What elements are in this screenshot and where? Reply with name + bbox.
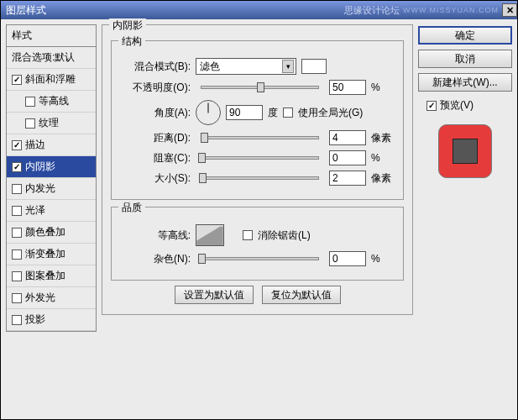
- noise-slider[interactable]: [201, 257, 319, 260]
- style-checkbox[interactable]: [12, 184, 22, 194]
- style-item-12[interactable]: 投影: [7, 309, 96, 331]
- style-item-10[interactable]: 图案叠加: [7, 265, 96, 287]
- blend-mode-dropdown[interactable]: 滤色 ▾: [196, 58, 296, 75]
- opacity-unit: %: [371, 81, 395, 93]
- close-button[interactable]: ✕: [502, 3, 517, 17]
- style-item-9[interactable]: 渐变叠加: [7, 244, 96, 265]
- style-checkbox[interactable]: [12, 271, 22, 281]
- title: 图层样式: [6, 3, 46, 18]
- global-light-label: 使用全局光(G): [298, 106, 363, 120]
- opacity-slider[interactable]: [201, 86, 319, 89]
- effect-panel: 内阴影 结构 混合模式(B): 滤色 ▾ 不透明度(O):: [102, 24, 413, 315]
- distance-thumb[interactable]: [201, 133, 208, 143]
- style-item-label: 等高线: [39, 94, 69, 108]
- contour-picker[interactable]: [196, 224, 224, 246]
- effect-title: 内阴影: [109, 18, 146, 33]
- titlebar[interactable]: 图层样式 思缘设计论坛 WWW.MISSYUAN.COM ✕: [1, 1, 517, 19]
- structure-legend: 结构: [118, 34, 145, 49]
- style-checkbox[interactable]: [25, 118, 35, 129]
- noise-input[interactable]: 0: [329, 251, 366, 266]
- style-item-label: 纹理: [39, 116, 59, 130]
- cancel-button[interactable]: 取消: [418, 50, 512, 68]
- style-item-2[interactable]: 等高线: [7, 91, 96, 113]
- structure-group: 结构 混合模式(B): 滤色 ▾ 不透明度(O): 50 %: [111, 40, 404, 200]
- left-panel: 样式 混合选项:默认斜面和浮雕等高线纹理描边内阴影内发光光泽颜色叠加渐变叠加图案…: [6, 24, 97, 414]
- blend-mode-value: 滤色: [200, 60, 220, 74]
- svg-marker-0: [196, 227, 222, 245]
- distance-label: 距离(D):: [120, 131, 191, 145]
- center-panel: 内阴影 结构 混合模式(B): 滤色 ▾ 不透明度(O):: [102, 24, 413, 414]
- style-item-label: 内阴影: [25, 160, 55, 174]
- angle-row: 角度(A): 90 度 使用全局光(G): [120, 100, 395, 125]
- antialias-checkbox[interactable]: [243, 230, 253, 240]
- style-item-label: 颜色叠加: [25, 225, 65, 239]
- layer-style-dialog: 图层样式 思缘设计论坛 WWW.MISSYUAN.COM ✕ 样式 混合选项:默…: [0, 0, 518, 420]
- style-checkbox[interactable]: [12, 140, 22, 150]
- style-checkbox[interactable]: [12, 75, 22, 85]
- opacity-thumb[interactable]: [257, 82, 264, 92]
- style-item-7[interactable]: 光泽: [7, 200, 96, 222]
- size-input[interactable]: 2: [329, 171, 366, 186]
- style-item-label: 渐变叠加: [25, 247, 65, 261]
- size-slider[interactable]: [201, 176, 319, 180]
- style-item-label: 描边: [25, 138, 45, 152]
- size-unit: 像素: [371, 171, 395, 186]
- style-item-3[interactable]: 纹理: [7, 113, 96, 134]
- style-item-label: 混合选项:默认: [12, 50, 75, 65]
- chevron-down-icon: ▾: [282, 60, 294, 73]
- ok-button[interactable]: 确定: [418, 26, 512, 45]
- make-default-button[interactable]: 设置为默认值: [175, 286, 254, 304]
- noise-row: 杂色(N): 0 %: [120, 251, 395, 266]
- reset-default-button[interactable]: 复位为默认值: [262, 286, 341, 304]
- style-item-11[interactable]: 外发光: [7, 287, 96, 309]
- angle-input[interactable]: 90: [226, 105, 263, 120]
- style-item-label: 投影: [25, 312, 45, 327]
- choke-input[interactable]: 0: [329, 150, 366, 165]
- style-item-label: 外发光: [25, 291, 55, 305]
- style-checkbox[interactable]: [25, 97, 35, 107]
- preview-swatch: [438, 124, 492, 178]
- titlebar-right: 思缘设计论坛 WWW.MISSYUAN.COM ✕: [344, 3, 517, 17]
- style-item-5[interactable]: 内阴影: [7, 156, 96, 178]
- shadow-color-swatch[interactable]: [301, 59, 327, 74]
- preview-checkbox[interactable]: [426, 101, 437, 111]
- choke-label: 阻塞(C):: [120, 151, 191, 165]
- style-checkbox[interactable]: [12, 293, 22, 303]
- opacity-input[interactable]: 50: [329, 80, 366, 95]
- style-item-6[interactable]: 内发光: [7, 178, 96, 200]
- angle-unit: 度: [268, 106, 278, 120]
- quality-group: 品质 等高线: 消除锯齿(L) 杂色(N): 0: [111, 207, 404, 281]
- noise-thumb[interactable]: [198, 254, 206, 264]
- style-item-0[interactable]: 混合选项:默认: [7, 47, 96, 69]
- global-light-checkbox[interactable]: [283, 108, 293, 118]
- style-item-label: 内发光: [25, 181, 55, 196]
- body: 样式 混合选项:默认斜面和浮雕等高线纹理描边内阴影内发光光泽颜色叠加渐变叠加图案…: [1, 19, 517, 419]
- new-style-button[interactable]: 新建样式(W)...: [418, 73, 512, 92]
- antialias-label: 消除锯齿(L): [258, 228, 311, 243]
- watermark-url: WWW.MISSYUAN.COM: [403, 6, 499, 14]
- angle-label: 角度(A):: [120, 106, 191, 120]
- choke-slider[interactable]: [201, 156, 319, 160]
- style-item-label: 图案叠加: [25, 269, 65, 283]
- style-checkbox[interactable]: [12, 162, 22, 172]
- styles-header[interactable]: 样式: [6, 24, 97, 46]
- angle-knob[interactable]: [196, 100, 221, 125]
- style-checkbox[interactable]: [12, 228, 22, 238]
- style-item-8[interactable]: 颜色叠加: [7, 222, 96, 244]
- opacity-row: 不透明度(O): 50 %: [120, 80, 395, 95]
- style-checkbox[interactable]: [12, 249, 22, 260]
- style-item-label: 斜面和浮雕: [25, 72, 76, 87]
- style-checkbox[interactable]: [12, 315, 22, 325]
- style-item-label: 光泽: [25, 203, 45, 218]
- style-checkbox[interactable]: [12, 206, 22, 216]
- size-thumb[interactable]: [199, 173, 207, 183]
- distance-row: 距离(D): 4 像素: [120, 130, 395, 145]
- style-item-1[interactable]: 斜面和浮雕: [7, 69, 96, 91]
- distance-input[interactable]: 4: [329, 130, 366, 145]
- size-label: 大小(S):: [120, 171, 191, 186]
- distance-slider[interactable]: [201, 136, 319, 139]
- preview-label: 预览(V): [440, 98, 474, 113]
- style-item-4[interactable]: 描边: [7, 134, 96, 156]
- choke-thumb[interactable]: [198, 153, 206, 163]
- preview-inner: [453, 139, 478, 164]
